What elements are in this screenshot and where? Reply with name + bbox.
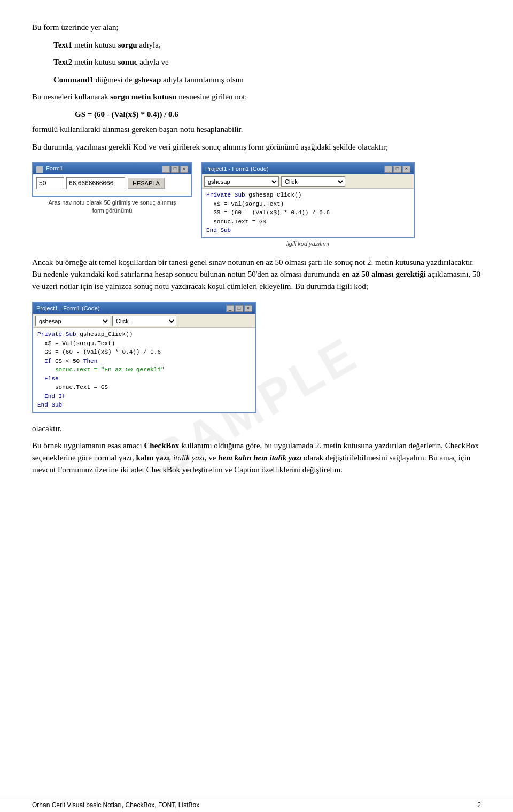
code2-line-4: If GS < 50 Then [37,357,251,366]
form1-figure: Form1 _ □ × HESA [32,162,192,215]
code-annotation-1: ilgili kod yazılımı [201,240,415,247]
code2-line-7: sonuc.Text = GS [37,383,251,392]
code-win2-controls: _ □ × [226,305,252,312]
object-combo-2[interactable]: gshesap [35,316,110,326]
list-item1: Text1 metin kutusu sorgu adıyla, [53,39,481,51]
code-win1-toolbar: gshesap Click [202,174,414,189]
code-win2-titlebar: Project1 - Form1 (Code) _ □ × [33,303,255,314]
code-line-1: Private Sub gshesap_Click() [206,191,409,200]
code2-line-5: sonuc.Text = "En az 50 gerekli" [37,365,251,374]
code-win1-body: Private Sub gshesap_Click() x$ = Val(sor… [202,189,414,237]
cw2-maximize[interactable]: □ [235,305,243,312]
code-win1-titlebar: Project1 - Form1 (Code) _ □ × [202,163,414,174]
code-line-5: End Sub [206,226,409,235]
code-win2-body: Private Sub gshesap_Click() x$ = Val(sor… [33,328,255,412]
p4: formülü kullanılaraki alınması gereken b… [32,123,481,136]
code-win1-title: Project1 - Form1 (Code) [205,166,269,172]
p7: olacaktır. [32,423,481,435]
code-line-4: sonuc.Text = GS [206,217,409,227]
code2-line-6: Else [37,374,251,384]
code-figure-1: Project1 - Form1 (Code) _ □ × gshesap [201,162,415,247]
form1-controls: _ □ × [162,166,188,173]
form1-title-text: Form1 [36,165,63,172]
code-line-2: x$ = Val(sorgu.Text) [206,200,409,209]
close-btn[interactable]: × [180,166,188,173]
figure-row-1: Form1 _ □ × HESA [32,162,481,247]
footer-right: 2 [477,801,481,809]
code2-line-8: End If [37,392,251,401]
list-item3: Command1 düğmesi de gshesap adıyla tanım… [53,74,481,86]
list-item2: Text2 metin kutusu sonuc adıyla ve [53,56,481,68]
code-line-3: GS = (60 - (Val(x$) * 0.4)) / 0.6 [206,208,409,217]
code2-line-9: End Sub [37,401,251,410]
cw2-minimize[interactable]: _ [226,305,234,312]
intro-para: Bu form üzerinde yer alan; [32,21,481,34]
hesapla-button[interactable]: HESAPLA [127,177,165,189]
proc-combo-2[interactable]: Click [112,316,176,326]
cw2-close[interactable]: × [244,305,252,312]
sorgu-field[interactable] [36,177,64,189]
code2-line-1: Private Sub gshesap_Click() [37,330,251,339]
code-win2-title: Project1 - Form1 (Code) [36,305,100,311]
page: SAMPLE Bu form üzerinde yer alan; Text1 … [0,0,513,812]
cw1-minimize[interactable]: _ [384,166,392,173]
p2: Bu nesneleri kullanarak sorgu metin kutu… [32,91,481,103]
code-window-1: Project1 - Form1 (Code) _ □ × gshesap [201,162,415,238]
p6: Ancak bu örneğe ait temel koşullardan bi… [32,256,481,293]
form1-fields-row: HESAPLA [36,177,188,189]
cw1-close[interactable]: × [402,166,410,173]
form1-titlebar: Form1 _ □ × [33,163,191,174]
sonuc-field[interactable] [66,177,125,189]
footer: Orhan Cerit Visual basic Notları, CheckB… [0,798,513,812]
form1-caption: Arasınav notu olarak 50 girilmiş ve sonu… [32,199,192,215]
p8: Bu örnek uygulamanın esas amacı CheckBox… [32,440,481,476]
code-figure-2: Project1 - Form1 (Code) _ □ × gshesap Cl… [32,302,481,413]
p5: Bu durumda, yazılması gerekli Kod ve ver… [32,141,481,153]
code-win2-toolbar: gshesap Click [33,314,255,328]
footer-left: Orhan Cerit Visual basic Notları, CheckB… [32,801,199,809]
code2-line-3: GS = (60 - (Val(x$) * 0.4)) / 0.6 [37,348,251,357]
minimize-btn[interactable]: _ [162,166,170,173]
code-window-2: Project1 - Form1 (Code) _ □ × gshesap Cl… [32,302,256,413]
maximize-btn[interactable]: □ [171,166,179,173]
formula: GS = (60 - (Val(x$) * 0.4)) / 0.6 [75,108,481,121]
proc-combo[interactable]: Click [281,176,345,187]
form1-window: Form1 _ □ × HESA [32,162,192,197]
code2-line-2: x$ = Val(sorgu.Text) [37,339,251,348]
object-combo[interactable]: gshesap [204,176,279,187]
code-win1-controls: _ □ × [384,166,410,173]
cw1-maximize[interactable]: □ [393,166,401,173]
form1-body: HESAPLA [33,174,191,196]
